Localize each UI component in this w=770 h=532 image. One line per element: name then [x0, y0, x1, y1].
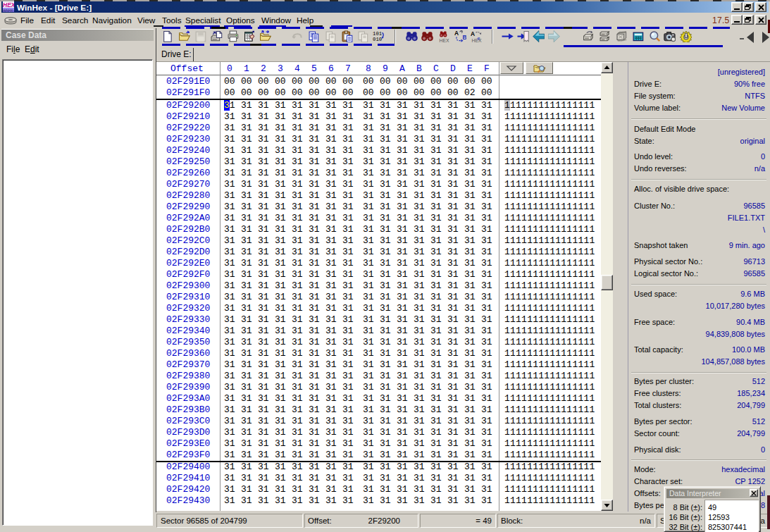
- svg-text:HEX: HEX: [440, 38, 449, 42]
- svg-text:e: e: [477, 35, 480, 42]
- svg-text:010: 010: [373, 37, 382, 42]
- svg-text:A: A: [454, 30, 459, 37]
- svg-text:B: B: [463, 34, 466, 41]
- svg-text:HEX: HEX: [3, 1, 14, 8]
- svg-text:A: A: [471, 30, 475, 37]
- svg-text:WNHX: WNHX: [4, 9, 13, 13]
